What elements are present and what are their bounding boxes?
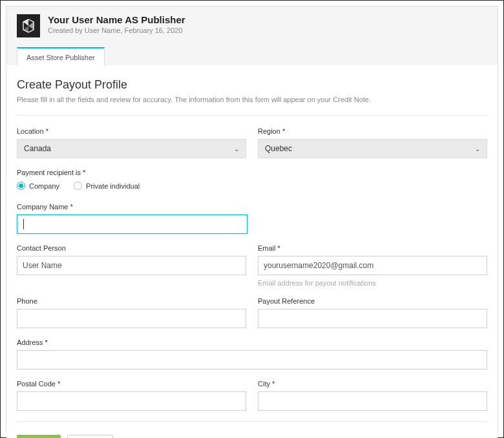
contact-person-input[interactable] [17, 256, 246, 275]
radio-private-label: Private individual [86, 182, 140, 190]
region-label: Region * [258, 127, 487, 135]
cancel-button[interactable]: Cancel [67, 435, 113, 438]
unity-logo-icon [17, 14, 40, 37]
recipient-label: Payment recipient is * [17, 169, 487, 176]
create-button[interactable]: Create [17, 435, 61, 438]
postal-code-label: Postal Code * [17, 380, 246, 388]
divider [17, 115, 487, 116]
section-heading: Create Payout Profile [17, 78, 487, 92]
location-select[interactable]: Canada ⌄ [17, 139, 246, 158]
address-input[interactable] [17, 350, 487, 370]
location-value: Canada [24, 144, 51, 153]
divider [17, 421, 487, 422]
address-label: Address * [17, 339, 487, 346]
city-input[interactable] [258, 391, 487, 411]
svg-marker-2 [28, 22, 34, 30]
contact-person-label: Contact Person [17, 244, 246, 252]
radio-private-individual[interactable]: Private individual [74, 182, 140, 190]
chevron-down-icon: ⌄ [234, 145, 239, 152]
radio-company-label: Company [29, 182, 59, 190]
phone-input[interactable] [17, 309, 246, 328]
payout-reference-input[interactable] [258, 309, 487, 328]
page-title: Your User Name AS Publisher [48, 14, 185, 25]
region-value: Quebec [265, 144, 292, 153]
phone-label: Phone [17, 297, 246, 305]
city-label: City * [258, 380, 487, 388]
page-subtitle: Created by User Name, February 16, 2020 [48, 26, 185, 34]
location-label: Location * [17, 127, 246, 135]
radio-company[interactable]: Company [17, 182, 59, 190]
radio-icon [17, 182, 25, 190]
email-input[interactable] [258, 256, 487, 275]
region-select[interactable]: Quebec ⌄ [258, 139, 487, 158]
postal-code-input[interactable] [17, 391, 246, 411]
radio-icon [74, 182, 82, 190]
email-label: Email * [258, 244, 487, 252]
tab-asset-store-publisher[interactable]: Asset Store Publisher [17, 47, 105, 66]
company-name-label: Company Name * [17, 203, 247, 211]
chevron-down-icon: ⌄ [475, 145, 480, 152]
section-description: Please fill in all the fields and review… [17, 96, 487, 103]
payout-reference-label: Payout Reference [258, 297, 487, 305]
company-name-input[interactable] [17, 214, 247, 234]
email-helper-text: Email address for payout notifications [258, 279, 487, 287]
